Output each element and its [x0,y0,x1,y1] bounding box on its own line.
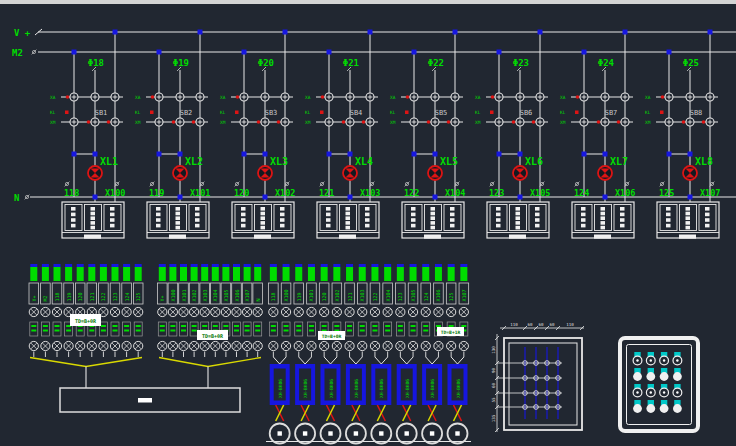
din-terminal: 121 [87,264,97,357]
din-terminal: 123 [110,264,120,357]
contact-row-tag: XA [50,95,56,100]
circuit-number-label: Φ22 [428,58,444,68]
circuit-unit: XAKLXMSB3Φ20XL3120X102 [220,30,295,203]
panel-lamp-icon [660,400,669,413]
circuit-number-label: Φ19 [173,58,189,68]
contact-row-tag: XA [305,95,311,100]
terminal-strip-right: V+X100X101X102X103X104X105X106X107N [158,264,263,357]
panel-lamp-icon [633,352,642,365]
lamp-socket-module: XH-BK06 [397,357,417,444]
terminal-number-label: 125 [448,292,454,301]
lamp-holder-icon [448,424,468,444]
contact-row-tag: XA [475,95,481,100]
plug-connector-block [487,202,549,239]
din-terminal: X105 [408,264,418,357]
wire-number-label: 123 [489,188,504,198]
lamp-tag-label: XL3 [270,156,288,167]
dimension-label: 60 [491,383,496,389]
panel-lamp-icon [633,384,642,397]
terminal-number-label: X101 [181,289,187,301]
bus-vplus-label: V + [14,28,31,38]
dimension-label: 55 [491,397,496,403]
circuit-number-label: Φ20 [258,58,274,68]
circuit-number-label: Φ25 [683,58,699,68]
terminal-number-label: N [255,298,261,301]
bus-aux-label: M2 [12,48,23,58]
din-terminal: 125 [133,264,143,357]
dimension-label: 60 [527,322,533,327]
contact-row-tag: KL [50,110,56,115]
circuit-unit: XAKLXMSB5Φ22XL5122X104 [390,30,465,203]
din-terminal: 124 [421,264,431,357]
din-terminal: X102 [332,264,342,357]
terminal-number-label: X103 [359,289,365,301]
terminal-number-label: 118 [270,292,276,301]
terminal-number-label: X100 [283,289,289,301]
pushbutton-label: SB4 [350,109,363,117]
din-terminal: 119 [64,264,74,357]
contact-row-tag: XA [645,95,651,100]
din-terminal: 122 [370,264,380,357]
indicator-lamp-icon [428,166,442,180]
contact-row-tag: XA [135,95,141,100]
din-terminal: N [253,264,263,357]
contact-row-tag: KL [220,110,226,115]
terminal-number-label: X105 [410,289,416,301]
contact-row-tag: KL [305,110,311,115]
terminal-number-label: 118 [54,292,60,301]
terminal-number-label: 124 [423,292,429,301]
circuit-number-label: Φ21 [343,58,359,68]
din-terminal: X101 [307,264,317,357]
button-panel-face [620,338,698,431]
din-terminal: 125 [446,264,456,357]
module-type-label: XH-BK06 [456,379,461,398]
wire-number-label: 124 [574,188,589,198]
din-terminal: X100 [168,264,178,357]
wire-number-label: X100 [105,188,125,198]
lamp-holder-icon [270,424,290,444]
terminal-number-label: 119 [296,292,302,301]
lamp-socket-module: XH-BK06 [346,357,366,444]
terminal-number-label: 125 [135,292,141,301]
panel-lamp-icon [660,368,669,381]
terminal-number-label: 120 [77,292,83,301]
terminal-number-label: 121 [89,292,95,301]
lamp-holder-icon [422,424,442,444]
terminal-number-label: X102 [191,289,197,301]
circuit-unit: XAKLXMSB4Φ21XL4121X103 [305,30,380,203]
din-terminal: 122 [99,264,109,357]
din-terminal: X107 [459,264,469,357]
dimension-label: 135 [491,414,496,422]
terminal-number-label: X105 [223,289,229,301]
contact-row-tag: XA [390,95,396,100]
terminal-number-label: X101 [308,289,314,301]
wire-number-label: X101 [190,188,210,198]
dimension-label: 90 [491,368,496,374]
terminal-number-label: 122 [100,292,106,301]
strip-code-label: TD=B+1R [441,330,461,335]
din-terminal: X103 [357,264,367,357]
wire-number-label: 119 [149,188,164,198]
terminal-number-label: 119 [66,292,72,301]
contact-row-tag: XM [305,120,311,125]
cad-canvas[interactable]: V +M2NXAKLXMSB1Φ18XL1118X100XAKLXMSB2Φ19… [0,0,736,446]
din-terminal: 121 [345,264,355,357]
din-terminal: 119 [294,264,304,357]
terminal-number-label: M2 [42,295,48,301]
lamp-tag-label: XL8 [695,156,713,167]
terminal-number-label: 120 [321,292,327,301]
din-terminal: X104 [211,264,221,357]
contact-row-tag: KL [390,110,396,115]
din-terminal: X106 [232,264,242,357]
contact-row-tag: XM [220,120,226,125]
indicator-lamp-icon [173,166,187,180]
indicator-lamp-icon [88,166,102,180]
contact-row-tag: XM [475,120,481,125]
contact-row-tag: XM [645,120,651,125]
lamp-socket-module: XH-BK06 [371,357,391,444]
din-terminal: X107 [242,264,252,357]
module-type-label: XH-BK06 [278,379,283,398]
pushbutton-label: SB5 [435,109,448,117]
terminal-number-label: X104 [385,289,391,301]
circuit-number-label: Φ18 [88,58,104,68]
